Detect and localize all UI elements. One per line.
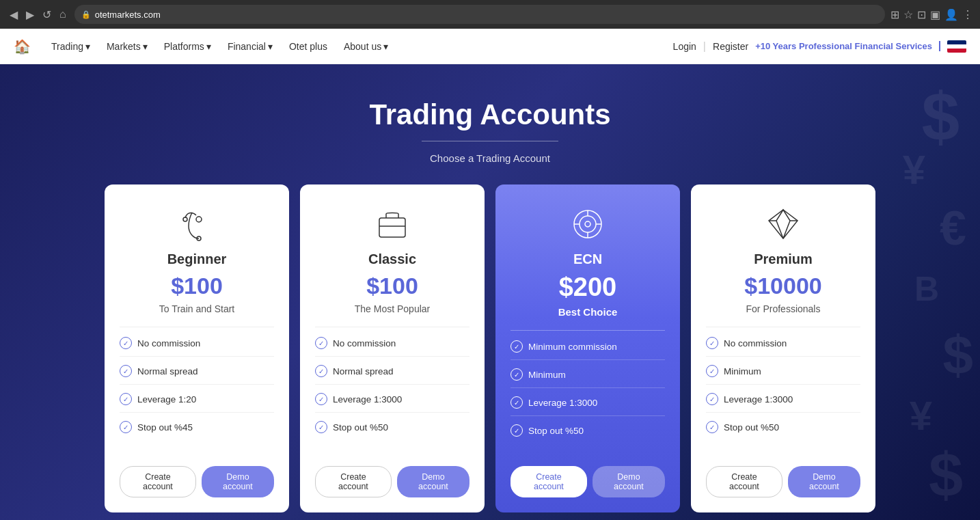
back-button[interactable]: ◀ [7, 5, 21, 24]
browser-nav[interactable]: ◀ ▶ ↺ ⌂ [7, 5, 69, 24]
target-icon [569, 206, 606, 243]
login-link[interactable]: Login [673, 41, 696, 52]
briefcase-icon [374, 206, 411, 243]
translate-icon[interactable]: ⊞ [890, 8, 899, 21]
svg-marker-12 [769, 210, 798, 238]
check-icon: ✓ [315, 365, 327, 377]
check-icon: ✓ [120, 365, 132, 377]
refresh-button[interactable]: ↺ [40, 5, 54, 24]
url-text: otetmarkets.com [95, 10, 161, 20]
pro-text: +10 Years Professional Financial Service… [755, 41, 940, 51]
secure-icon: 🔒 [81, 10, 91, 19]
ecn-feature-1: ✓ Minimum [511, 368, 665, 388]
nav-financial-label: Financial [228, 41, 266, 52]
svg-point-6 [580, 216, 596, 232]
star-icon[interactable]: ☆ [903, 8, 913, 21]
premium-price: $10000 [744, 273, 821, 299]
ecn-buttons: Create account Demo account [511, 466, 665, 497]
extensions-icon[interactable]: ⊡ [917, 8, 926, 21]
cards-container: Beginner $100 To Train and Start ✓ No co… [0, 184, 980, 512]
classic-demo-button[interactable]: Demo account [397, 466, 469, 497]
main-content: $ ¥ € B $ ¥ $ Trading Accounts Choose a … [0, 64, 980, 520]
nav-markets[interactable]: Markets ▾ [100, 37, 154, 56]
nav-separator: | [703, 40, 706, 53]
classic-tagline: The Most Popular [355, 303, 431, 314]
check-icon: ✓ [706, 421, 718, 433]
premium-create-button[interactable]: Create account [706, 466, 782, 497]
forward-button[interactable]: ▶ [23, 5, 37, 24]
classic-create-button[interactable]: Create account [315, 466, 392, 497]
premium-icon [765, 204, 802, 245]
beginner-demo-button[interactable]: Demo account [202, 466, 274, 497]
language-flag[interactable] [947, 40, 966, 53]
svg-line-14 [783, 221, 790, 238]
premium-features: ✓ No commission ✓ Minimum ✓ Leverage 1:3… [706, 337, 860, 454]
sidebar-icon[interactable]: ▣ [930, 8, 940, 21]
card-ecn: ECN $200 Best Choice ✓ Minimum commissio… [495, 184, 680, 512]
classic-features: ✓ No commission ✓ Normal spread ✓ Levera… [315, 337, 469, 454]
check-icon: ✓ [120, 337, 132, 349]
classic-buttons: Create account Demo account [315, 466, 469, 497]
premium-feature-1: ✓ Minimum [706, 365, 860, 385]
nav-trading-label: Trading [51, 41, 83, 52]
nav-home-icon[interactable]: 🏠 [14, 38, 31, 55]
nav-markets-chevron: ▾ [143, 41, 148, 52]
ecn-create-button[interactable]: Create account [511, 466, 587, 497]
classic-feature-1: ✓ Normal spread [315, 365, 469, 385]
beginner-features: ✓ No commission ✓ Normal spread ✓ Levera… [120, 337, 274, 454]
beginner-name: Beginner [167, 251, 227, 267]
nav-about-us-label: About us [344, 41, 381, 52]
classic-feature-2: ✓ Leverage 1:3000 [315, 393, 469, 413]
check-icon: ✓ [511, 424, 523, 437]
beginner-feature-0: ✓ No commission [120, 337, 274, 357]
home-button[interactable]: ⌂ [57, 5, 69, 24]
premium-buttons: Create account Demo account [706, 466, 860, 497]
ecn-demo-button[interactable]: Demo account [593, 466, 665, 497]
check-icon: ✓ [120, 393, 132, 405]
nav-links: Trading ▾ Markets ▾ Platforms ▾ Financia… [44, 37, 659, 56]
check-icon: ✓ [315, 421, 327, 433]
nav-platforms-label: Platforms [164, 41, 204, 52]
classic-price: $100 [366, 273, 418, 299]
check-icon: ✓ [120, 421, 132, 433]
beginner-create-button[interactable]: Create account [120, 466, 196, 497]
beginner-feature-2: ✓ Leverage 1:20 [120, 393, 274, 413]
classic-feature-3: ✓ Stop out %50 [315, 421, 469, 433]
ecn-tagline: Best Choice [558, 306, 618, 318]
classic-name: Classic [368, 251, 416, 267]
svg-point-7 [585, 221, 590, 227]
premium-demo-button[interactable]: Demo account [788, 466, 860, 497]
nav-about-us[interactable]: About us ▾ [337, 37, 395, 56]
url-bar[interactable]: 🔒 otetmarkets.com [74, 5, 885, 24]
check-icon: ✓ [706, 365, 718, 377]
register-link[interactable]: Register [713, 41, 748, 52]
check-icon: ✓ [511, 396, 523, 409]
card-premium: Premium $10000 For Professionals ✓ No co… [691, 184, 875, 512]
premium-feature-0: ✓ No commission [706, 337, 860, 357]
nav-trading-chevron: ▾ [85, 41, 90, 52]
profile-icon[interactable]: 👤 [944, 8, 958, 21]
nav-financial-chevron: ▾ [268, 41, 273, 52]
ecn-feature-0: ✓ Minimum commission [511, 340, 665, 360]
nav-markets-label: Markets [107, 41, 141, 52]
beginner-divider [120, 327, 274, 327]
classic-divider [315, 327, 469, 327]
nav-platforms-chevron: ▾ [206, 41, 211, 52]
nav-platforms[interactable]: Platforms ▾ [157, 37, 218, 56]
nav-trading[interactable]: Trading ▾ [44, 37, 97, 56]
beginner-buttons: Create account Demo account [120, 466, 274, 497]
check-icon: ✓ [315, 337, 327, 349]
nav-otet-plus-label: Otet plus [289, 41, 327, 52]
ecn-features: ✓ Minimum commission ✓ Minimum ✓ Leverag… [511, 340, 665, 454]
menu-icon[interactable]: ⋮ [962, 8, 973, 21]
nav-otet-plus[interactable]: Otet plus [282, 37, 334, 56]
nav-financial[interactable]: Financial ▾ [221, 37, 280, 56]
svg-point-1 [196, 217, 202, 222]
beginner-icon [178, 204, 215, 245]
beginner-feature-1: ✓ Normal spread [120, 365, 274, 385]
svg-line-13 [776, 221, 783, 238]
check-icon: ✓ [706, 337, 718, 349]
premium-divider [706, 327, 860, 327]
browser-actions[interactable]: ⊞ ☆ ⊡ ▣ 👤 ⋮ [890, 8, 973, 21]
check-icon: ✓ [706, 393, 718, 405]
